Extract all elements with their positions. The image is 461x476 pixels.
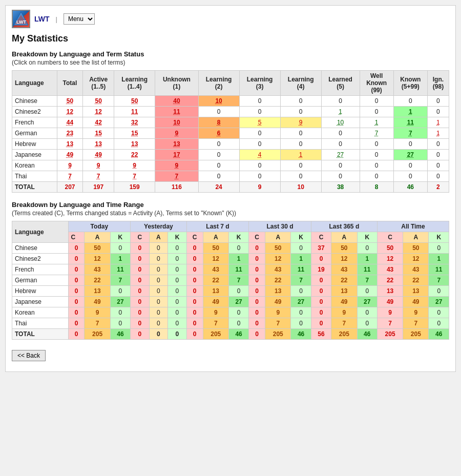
table-cell[interactable]: 11 (155, 107, 198, 117)
cak-cell[interactable]: 11 (429, 264, 449, 275)
cak-cell[interactable]: 11 (357, 264, 377, 275)
cak-cell[interactable]: 43 (203, 264, 228, 275)
cak-cell[interactable]: 11 (291, 264, 311, 275)
table-cell[interactable]: 6 (198, 128, 239, 139)
cak-cell[interactable]: 9 (85, 307, 110, 318)
table-cell[interactable]: 27 (393, 150, 427, 160)
table-cell[interactable]: 49 (83, 150, 114, 160)
cak-cell[interactable]: 13 (377, 286, 403, 297)
cak-cell[interactable]: 11 (110, 264, 130, 275)
cak-cell[interactable]: 22 (331, 275, 357, 286)
cak-cell[interactable]: 7 (403, 318, 429, 329)
cak-cell[interactable]: 49 (331, 297, 357, 307)
table-cell[interactable]: 1 (427, 117, 449, 128)
cak-cell[interactable]: 27 (291, 297, 311, 307)
table-cell[interactable]: 1 (280, 150, 321, 160)
table-cell[interactable]: 10 (321, 117, 360, 128)
table-cell[interactable]: 116 (155, 182, 198, 193)
cak-cell[interactable]: 50 (85, 243, 110, 254)
table-cell[interactable]: 11 (393, 117, 427, 128)
table-cell[interactable]: 10 (280, 182, 321, 193)
cak-cell[interactable]: 49 (403, 297, 429, 307)
cak-cell[interactable]: 49 (85, 297, 110, 307)
cak-cell[interactable]: 56 (311, 329, 331, 340)
table-cell[interactable]: 46 (393, 182, 427, 193)
table-cell[interactable]: 9 (239, 182, 280, 193)
cak-cell[interactable]: 1 (228, 254, 248, 264)
table-cell[interactable]: 11 (114, 107, 155, 117)
table-cell[interactable]: 10 (155, 117, 198, 128)
table-cell[interactable]: 7 (83, 171, 114, 182)
table-cell[interactable]: 9 (155, 160, 198, 171)
cak-cell[interactable]: 205 (377, 329, 403, 340)
table-cell[interactable]: 2 (427, 182, 449, 193)
cak-cell[interactable]: 9 (331, 307, 357, 318)
cak-cell[interactable]: 205 (85, 329, 110, 340)
cak-cell[interactable]: 46 (429, 329, 449, 340)
table-cell[interactable]: 197 (83, 182, 114, 193)
table-cell[interactable]: 27 (321, 150, 360, 160)
table-cell[interactable]: 15 (114, 128, 155, 139)
cak-cell[interactable]: 1 (110, 254, 130, 264)
table-cell[interactable]: 9 (83, 160, 114, 171)
cak-cell[interactable]: 43 (85, 264, 110, 275)
cak-cell[interactable]: 27 (110, 297, 130, 307)
table-cell[interactable]: 8 (360, 182, 393, 193)
cak-cell[interactable]: 205 (203, 329, 228, 340)
cak-cell[interactable]: 46 (357, 329, 377, 340)
cak-cell[interactable]: 13 (331, 286, 357, 297)
cak-cell[interactable]: 43 (265, 264, 291, 275)
cak-cell[interactable]: 205 (403, 329, 429, 340)
cak-cell[interactable]: 205 (265, 329, 291, 340)
cak-cell[interactable]: 19 (311, 264, 331, 275)
table-cell[interactable]: 1 (360, 117, 393, 128)
table-cell[interactable]: 13 (57, 139, 82, 150)
cak-cell[interactable]: 13 (265, 286, 291, 297)
cak-cell[interactable]: 43 (377, 264, 403, 275)
table-cell[interactable]: 13 (114, 139, 155, 150)
table-cell[interactable]: 13 (83, 139, 114, 150)
table-cell[interactable]: 10 (198, 96, 239, 107)
table-cell[interactable]: 40 (155, 96, 198, 107)
table-cell[interactable]: 24 (198, 182, 239, 193)
cak-cell[interactable]: 50 (331, 243, 357, 254)
cak-cell[interactable]: 22 (203, 275, 228, 286)
cak-cell[interactable]: 27 (357, 297, 377, 307)
table-cell[interactable]: 50 (57, 96, 82, 107)
cak-cell[interactable]: 46 (291, 329, 311, 340)
cak-cell[interactable]: 50 (203, 243, 228, 254)
cak-cell[interactable]: 7 (291, 275, 311, 286)
cak-cell[interactable]: 12 (331, 254, 357, 264)
cak-cell[interactable]: 27 (429, 297, 449, 307)
table-cell[interactable]: 5 (239, 117, 280, 128)
cak-cell[interactable]: 7 (377, 318, 403, 329)
table-cell[interactable]: 12 (83, 107, 114, 117)
cak-cell[interactable]: 49 (203, 297, 228, 307)
table-cell[interactable]: 9 (155, 128, 198, 139)
cak-cell[interactable]: 22 (85, 275, 110, 286)
back-button[interactable]: << Back (12, 350, 46, 361)
table-cell[interactable]: 15 (83, 128, 114, 139)
cak-cell[interactable]: 7 (357, 275, 377, 286)
cak-cell[interactable]: 12 (265, 254, 291, 264)
cak-cell[interactable]: 22 (403, 275, 429, 286)
cak-cell[interactable]: 12 (203, 254, 228, 264)
cak-cell[interactable]: 27 (228, 297, 248, 307)
cak-cell[interactable]: 7 (265, 318, 291, 329)
cak-cell[interactable]: 9 (377, 307, 403, 318)
table-cell[interactable]: 1 (393, 107, 427, 117)
cak-cell[interactable]: 43 (403, 264, 429, 275)
cak-cell[interactable]: 9 (403, 307, 429, 318)
table-cell[interactable]: 22 (114, 150, 155, 160)
table-cell[interactable]: 38 (321, 182, 360, 193)
cak-cell[interactable]: 13 (203, 286, 228, 297)
cak-cell[interactable]: 37 (311, 243, 331, 254)
cak-cell[interactable]: 7 (110, 275, 130, 286)
cak-cell[interactable]: 43 (331, 264, 357, 275)
cak-cell[interactable]: 7 (331, 318, 357, 329)
cak-cell[interactable]: 12 (377, 254, 403, 264)
cak-cell[interactable]: 49 (377, 297, 403, 307)
cak-cell[interactable]: 11 (228, 264, 248, 275)
cak-cell[interactable]: 7 (85, 318, 110, 329)
table-cell[interactable]: 207 (57, 182, 82, 193)
